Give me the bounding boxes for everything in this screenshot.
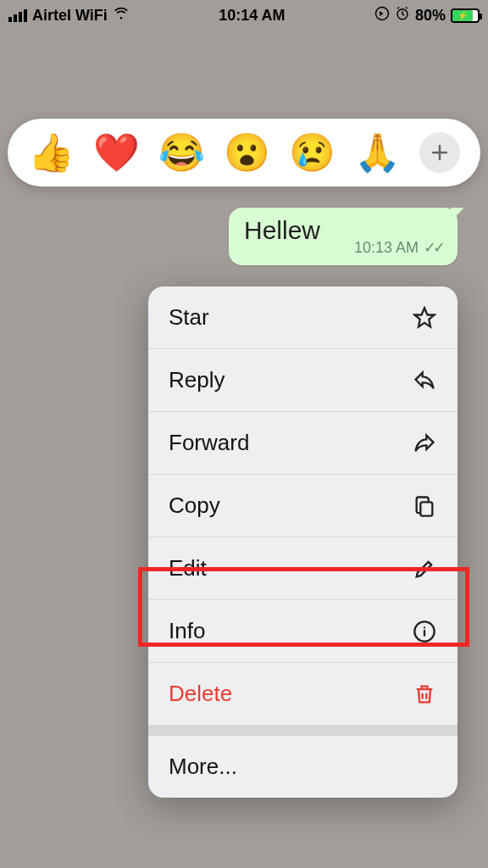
menu-label: Reply (169, 367, 225, 393)
forward-icon (412, 431, 437, 456)
trash-icon (412, 682, 437, 707)
signal-icon (8, 9, 27, 22)
reaction-surprised[interactable]: 😮 (224, 131, 270, 175)
menu-label: More... (169, 754, 237, 780)
reaction-pray[interactable]: 🙏 (354, 131, 401, 175)
menu-label: Edit (169, 555, 207, 581)
alarm-icon (395, 6, 410, 25)
info-icon (412, 619, 437, 644)
status-bar: Airtel WiFi 10:14 AM 80% ⚡ (0, 0, 488, 31)
menu-copy[interactable]: Copy (148, 475, 458, 537)
delivered-checkmarks-icon: ✓✓ (424, 238, 442, 257)
clock-label: 10:14 AM (219, 7, 285, 25)
menu-label: Star (169, 304, 209, 331)
menu-more[interactable]: More... (148, 736, 458, 798)
reaction-heart[interactable]: ❤️ (93, 131, 140, 175)
reaction-thumbs-up[interactable]: 👍 (28, 131, 75, 175)
star-icon (412, 305, 437, 331)
battery-icon: ⚡ (451, 8, 480, 23)
pencil-icon (412, 556, 437, 581)
menu-label: Delete (169, 681, 232, 707)
copy-icon (412, 493, 437, 519)
reaction-laugh[interactable]: 😂 (158, 131, 205, 175)
menu-label: Copy (169, 492, 220, 519)
message-timestamp: 10:13 AM (354, 239, 419, 257)
message-context-menu: Star Reply Forward Copy Edit Info Dele (148, 287, 458, 798)
battery-percent-label: 80% (415, 7, 446, 25)
menu-star[interactable]: Star (148, 287, 458, 349)
svg-rect-2 (420, 502, 432, 515)
wifi-icon (113, 7, 130, 25)
menu-separator (148, 726, 458, 736)
reaction-more-button[interactable] (419, 132, 460, 173)
rotation-lock-icon (374, 6, 390, 25)
menu-info[interactable]: Info (148, 600, 458, 663)
reply-icon (412, 368, 437, 393)
menu-edit[interactable]: Edit (148, 537, 458, 600)
menu-delete[interactable]: Delete (148, 663, 458, 726)
carrier-label: Airtel WiFi (32, 7, 108, 25)
menu-label: Forward (169, 430, 249, 456)
plus-icon (430, 142, 450, 163)
menu-forward[interactable]: Forward (148, 412, 458, 475)
reaction-sad[interactable]: 😢 (289, 131, 336, 175)
selected-message[interactable]: Hellew 10:13 AM ✓✓ (229, 208, 458, 265)
menu-reply[interactable]: Reply (148, 349, 458, 412)
menu-label: Info (169, 618, 205, 644)
reaction-picker: 👍 ❤️ 😂 😮 😢 🙏 (8, 119, 480, 186)
